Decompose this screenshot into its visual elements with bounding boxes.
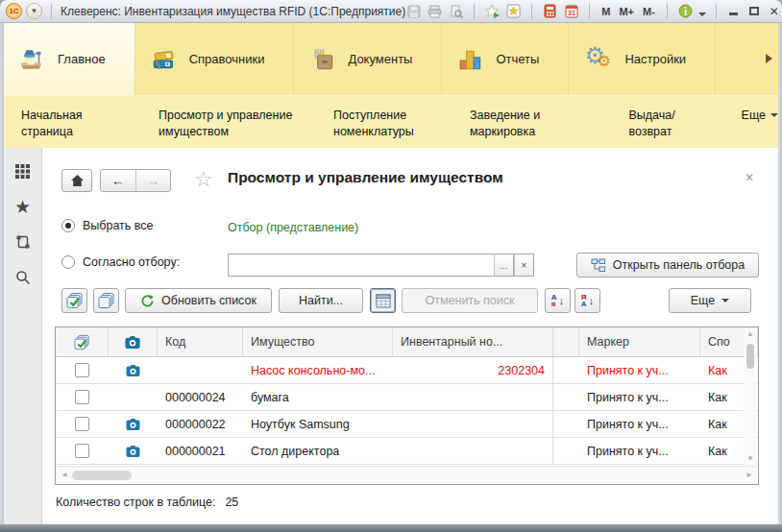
vertical-scrollbar[interactable]: ▲ ▼	[744, 328, 757, 465]
search-icon[interactable]	[13, 268, 33, 287]
refresh-icon	[140, 294, 155, 308]
memory-store-button[interactable]: M	[599, 6, 612, 17]
row-checkbox[interactable]	[75, 444, 89, 458]
history-scroll-icon[interactable]	[13, 232, 33, 252]
divider	[531, 4, 532, 19]
menu-item-home[interactable]: Начальная страница	[21, 108, 130, 148]
cell-inventory	[393, 438, 553, 464]
column-code-header[interactable]: Код	[158, 327, 243, 356]
divider	[589, 4, 590, 19]
tab-spravochniki[interactable]: Справочники	[135, 23, 295, 95]
bar-chart-icon	[457, 46, 484, 73]
form-view-manage-assets: ← → ☆ Просмотр и управление имуществом ✕…	[42, 148, 778, 524]
tab-dokumenty[interactable]: Документы	[294, 23, 442, 95]
favorites-icon[interactable]	[505, 4, 522, 19]
column-inventory-header[interactable]: Инвентарный но...	[393, 327, 553, 356]
sort-descending-button[interactable]: ЯА ↓	[574, 288, 600, 313]
scrollbar-thumb[interactable]	[72, 471, 132, 480]
menu-grid-icon[interactable]	[13, 161, 33, 181]
favorite-toggle-star-icon[interactable]: ☆	[194, 167, 213, 192]
menu-item-view-manage[interactable]: Просмотр и управление имуществом	[159, 108, 305, 148]
memory-add-button[interactable]: M+	[617, 6, 636, 17]
memory-subtract-button[interactable]: M-	[641, 6, 657, 17]
uncheck-all-button[interactable]	[93, 288, 119, 313]
print-icon[interactable]	[427, 4, 443, 19]
table-row[interactable]: 000000024 бумага Принято к уч... Как	[56, 384, 758, 411]
by-filter-radio[interactable]	[61, 255, 75, 269]
table-body: Насос консольно-мо... 2302304 Принято к …	[56, 357, 758, 465]
cell-asset: Насос консольно-мо...	[243, 357, 393, 383]
cell-code: 000000022	[158, 411, 243, 437]
filter-presentation-link[interactable]: Отбор (представление)	[228, 221, 358, 234]
cell-spacer	[553, 357, 579, 383]
configure-list-button[interactable]	[370, 288, 396, 313]
scroll-up-icon[interactable]: ▲	[746, 328, 754, 340]
cell-inventory	[393, 411, 553, 437]
menu-item-more[interactable]: Еще	[742, 108, 778, 148]
calculator-icon[interactable]	[542, 4, 558, 19]
scroll-down-icon[interactable]: ▼	[746, 453, 754, 465]
favorites-star-icon[interactable]: ★	[13, 197, 33, 216]
tab-glavnoe[interactable]: Главное	[4, 23, 135, 95]
info-dropdown-icon[interactable]	[698, 12, 706, 16]
more-actions-button[interactable]: Еще	[669, 288, 751, 313]
cell-marker: Принято к уч...	[579, 411, 700, 437]
minimize-icon[interactable]	[726, 5, 742, 18]
menu-item-receipt[interactable]: Поступление номенклатуры	[333, 108, 441, 148]
add-favorite-icon[interactable]	[484, 4, 501, 19]
maximize-icon[interactable]	[746, 5, 762, 18]
cell-photo-empty	[109, 384, 158, 410]
preview-icon[interactable]	[448, 4, 464, 19]
home-button[interactable]	[61, 169, 92, 192]
table-row[interactable]: 000000022 Ноутбук Samsung Принято к уч..…	[56, 411, 758, 438]
row-checkbox[interactable]	[75, 363, 89, 377]
close-icon[interactable]: ✕	[767, 5, 782, 18]
refresh-list-button[interactable]: Обновить список	[125, 288, 272, 313]
cell-spacer	[553, 384, 579, 410]
divider	[51, 4, 52, 19]
form-close-icon[interactable]: ✕	[745, 171, 754, 184]
tool-rail: ★	[4, 148, 42, 524]
by-filter-label: Согласно отбору:	[83, 255, 180, 269]
column-marker-header[interactable]: Маркер	[579, 327, 700, 356]
scroll-left-icon[interactable]: ◄	[61, 471, 68, 479]
horizontal-scrollbar[interactable]: ◄ ►	[57, 466, 757, 483]
cell-code: 000000024	[158, 384, 243, 410]
table-row[interactable]: Насос консольно-мо... 2302304 Принято к …	[56, 357, 758, 384]
scroll-right-icon[interactable]: ►	[745, 471, 753, 479]
row-checkbox[interactable]	[75, 390, 89, 404]
title-bar: 1С ▼ Клеверенс: Инвентаризация имущества…	[0, 0, 782, 23]
filter-input[interactable]	[228, 254, 494, 277]
find-button[interactable]: Найти...	[279, 288, 363, 313]
column-asset-header[interactable]: Имущество	[243, 327, 393, 356]
sort-ascending-button[interactable]: Ая ↓	[545, 288, 571, 313]
1c-logo-icon: 1С	[6, 3, 22, 19]
cancel-search-button[interactable]: Отменить поиск	[402, 288, 538, 313]
hierarchy-icon	[591, 258, 606, 273]
system-menu-arrow-icon[interactable]: ▼	[26, 3, 42, 19]
tab-otchety[interactable]: Отчеты	[442, 23, 569, 95]
filter-clear-button[interactable]: ×	[514, 254, 534, 277]
filter-ellipsis-button[interactable]: ...	[494, 254, 514, 277]
open-filter-panel-button[interactable]: Открыть панель отбора	[576, 253, 759, 278]
tabs-overflow-arrow-icon[interactable]	[766, 54, 772, 63]
column-photo-header[interactable]	[109, 327, 158, 356]
forward-button[interactable]: →	[136, 173, 171, 188]
row-checkbox[interactable]	[75, 417, 89, 431]
scrollbar-thumb[interactable]	[746, 344, 754, 369]
select-all-radio[interactable]	[61, 219, 75, 232]
assets-table: Код Имущество Инвентарный но... Маркер С…	[55, 326, 759, 485]
check-all-button[interactable]	[61, 288, 87, 313]
table-row[interactable]: 000000021 Стол директора Принято к уч...…	[56, 438, 758, 465]
menu-item-marking[interactable]: Заведение и маркировка	[470, 108, 599, 148]
info-icon[interactable]	[677, 4, 694, 19]
back-button[interactable]: ←	[101, 173, 135, 188]
column-checkmarks-header[interactable]	[56, 327, 109, 356]
tab-nastroyki[interactable]: ⚙ ⚙ Настройки	[569, 23, 716, 95]
page-title: Просмотр и управление имуществом	[228, 169, 503, 186]
calendar-icon[interactable]: 31	[563, 4, 579, 19]
menu-item-issue-return[interactable]: Выдача/возврат	[628, 108, 712, 148]
divider	[474, 4, 475, 19]
save-icon[interactable]	[405, 4, 422, 19]
cell-asset: Ноутбук Samsung	[243, 411, 393, 437]
